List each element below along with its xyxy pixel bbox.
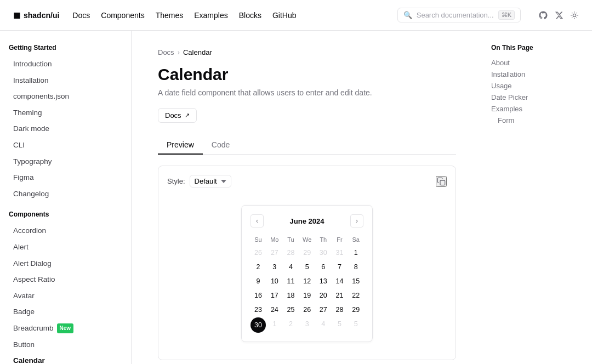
- sidebar-item-introduction[interactable]: Introduction: [9, 56, 122, 72]
- nav-themes[interactable]: Themes: [156, 11, 184, 20]
- cal-day[interactable]: 4: [283, 260, 299, 274]
- cal-day[interactable]: 19: [299, 289, 315, 302]
- toc-item-examples[interactable]: Examples: [491, 103, 583, 115]
- search-bar[interactable]: 🔍 Search documentation... ⌘K: [397, 8, 521, 22]
- github-icon[interactable]: [538, 10, 548, 20]
- sidebar-item-button[interactable]: Button: [9, 337, 122, 353]
- toc-title: On This Page: [491, 44, 583, 52]
- sidebar-item-typography[interactable]: Typography: [9, 153, 122, 170]
- sidebar-item-badge[interactable]: Badge: [9, 304, 122, 320]
- sidebar-item-darkmode[interactable]: Dark mode: [9, 121, 122, 137]
- sidebar-item-figma[interactable]: Figma: [9, 169, 122, 186]
- breadcrumb: Docs › Calendar: [158, 48, 456, 56]
- calendar-grid: Su Mo Tu We Th Fr Sa 26 27 28 29 30 31: [251, 234, 363, 333]
- cal-day[interactable]: 11: [283, 275, 299, 288]
- sidebar-item-alert[interactable]: Alert: [9, 239, 122, 255]
- cal-day[interactable]: 3: [299, 317, 315, 333]
- cal-day[interactable]: 4: [316, 317, 331, 333]
- cal-day[interactable]: 13: [316, 275, 331, 288]
- breadcrumb-current: Calendar: [183, 48, 212, 56]
- cal-day-selected[interactable]: 30: [251, 317, 266, 333]
- preview-toolbar: Style: Default: [167, 175, 447, 187]
- cal-day[interactable]: 25: [283, 303, 299, 316]
- logo-icon: ◼: [13, 10, 20, 20]
- external-link-icon: ↗: [185, 112, 190, 119]
- nav-components[interactable]: Components: [101, 11, 144, 20]
- sidebar-item-cli[interactable]: CLI: [9, 137, 122, 153]
- sidebar-item-accordion[interactable]: Accordion: [9, 223, 122, 239]
- cal-day[interactable]: 17: [267, 289, 282, 302]
- cal-day[interactable]: 27: [316, 303, 331, 316]
- cal-day[interactable]: 16: [251, 289, 266, 302]
- search-icon: 🔍: [403, 11, 412, 19]
- prev-month-button[interactable]: ‹: [251, 214, 264, 228]
- cal-day[interactable]: 24: [267, 303, 282, 316]
- dow-tu: Tu: [283, 234, 299, 245]
- cal-day[interactable]: 23: [251, 303, 266, 316]
- search-kbd: ⌘K: [498, 10, 515, 20]
- sidebar: Getting Started Introduction Installatio…: [0, 31, 132, 364]
- cal-day[interactable]: 29: [348, 303, 363, 316]
- cal-day[interactable]: 1: [348, 246, 363, 259]
- cal-day[interactable]: 15: [348, 275, 363, 288]
- sidebar-item-aspect-ratio[interactable]: Aspect Ratio: [9, 271, 122, 288]
- sidebar-item-changelog[interactable]: Changelog: [9, 186, 122, 202]
- cal-day[interactable]: 12: [299, 275, 315, 288]
- cal-day[interactable]: 5: [299, 260, 315, 274]
- cal-day[interactable]: 6: [316, 260, 331, 274]
- cal-day[interactable]: 22: [348, 289, 363, 302]
- cal-day[interactable]: 30: [316, 246, 331, 259]
- twitter-icon[interactable]: [555, 11, 563, 20]
- cal-day[interactable]: 5: [332, 317, 348, 333]
- cal-day[interactable]: 21: [332, 289, 348, 302]
- theme-toggle-icon[interactable]: [570, 11, 579, 20]
- cal-day[interactable]: 10: [267, 275, 282, 288]
- sidebar-item-theming[interactable]: Theming: [9, 105, 122, 121]
- logo[interactable]: ◼ shadcn/ui: [13, 10, 59, 20]
- cal-day[interactable]: 31: [332, 246, 348, 259]
- toc-item-datepicker[interactable]: Date Picker: [491, 92, 583, 103]
- toc-item-installation[interactable]: Installation: [491, 69, 583, 80]
- nav-docs[interactable]: Docs: [72, 11, 90, 20]
- calendar-wrapper: ‹ June 2024 › Su Mo Tu We Th Fr Sa: [167, 196, 447, 351]
- nav-examples[interactable]: Examples: [194, 11, 227, 20]
- sidebar-item-avatar[interactable]: Avatar: [9, 288, 122, 304]
- cal-day[interactable]: 5: [348, 317, 363, 333]
- copy-button[interactable]: [436, 176, 447, 187]
- next-month-button[interactable]: ›: [350, 214, 363, 228]
- cal-day[interactable]: 28: [283, 246, 299, 259]
- cal-day[interactable]: 3: [267, 260, 282, 274]
- cal-day[interactable]: 2: [283, 317, 299, 333]
- sidebar-section-components: Components: [9, 211, 122, 218]
- cal-day[interactable]: 27: [267, 246, 282, 259]
- cal-day[interactable]: 28: [332, 303, 348, 316]
- toc-item-about[interactable]: About: [491, 57, 583, 69]
- tab-preview[interactable]: Preview: [158, 136, 203, 155]
- cal-day[interactable]: 26: [251, 246, 266, 259]
- sidebar-item-installation[interactable]: Installation: [9, 72, 122, 89]
- style-select-input[interactable]: Default: [190, 175, 231, 187]
- toc-item-usage[interactable]: Usage: [491, 80, 583, 92]
- cal-day[interactable]: 9: [251, 275, 266, 288]
- nav-blocks[interactable]: Blocks: [239, 11, 261, 20]
- cal-day[interactable]: 1: [267, 317, 282, 333]
- toc-item-form[interactable]: Form: [491, 115, 583, 126]
- sidebar-item-breadcrumb[interactable]: Breadcrumb New: [9, 320, 122, 337]
- cal-day[interactable]: 29: [299, 246, 315, 259]
- sidebar-item-alert-dialog[interactable]: Alert Dialog: [9, 255, 122, 272]
- dow-sa: Sa: [348, 234, 363, 245]
- cal-day[interactable]: 7: [332, 260, 348, 274]
- cal-day[interactable]: 18: [283, 289, 299, 302]
- cal-day[interactable]: 2: [251, 260, 266, 274]
- sidebar-item-calendar[interactable]: Calendar: [9, 352, 122, 364]
- docs-button[interactable]: Docs ↗: [158, 108, 197, 123]
- dow-th: Th: [316, 234, 331, 245]
- tab-code[interactable]: Code: [203, 136, 238, 155]
- cal-day[interactable]: 14: [332, 275, 348, 288]
- breadcrumb-docs[interactable]: Docs: [158, 48, 174, 56]
- cal-day[interactable]: 20: [316, 289, 331, 302]
- sidebar-item-componentsjson[interactable]: components.json: [9, 88, 122, 105]
- nav-github[interactable]: GitHub: [272, 11, 297, 20]
- cal-day[interactable]: 8: [348, 260, 363, 274]
- cal-day[interactable]: 26: [299, 303, 315, 316]
